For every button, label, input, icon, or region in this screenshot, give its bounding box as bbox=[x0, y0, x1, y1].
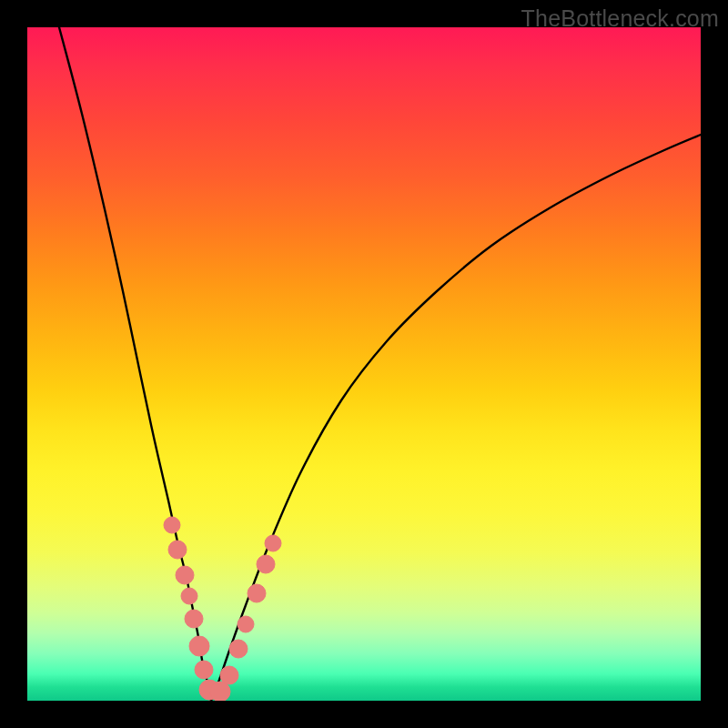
data-marker bbox=[229, 640, 248, 658]
watermark-text: TheBottleneck.com bbox=[521, 5, 719, 32]
plot-area bbox=[27, 27, 701, 701]
curve-layer bbox=[27, 27, 701, 701]
data-marker bbox=[185, 610, 203, 628]
data-marker bbox=[238, 616, 254, 632]
data-marker bbox=[176, 566, 194, 584]
marker-group bbox=[164, 517, 281, 701]
chart-frame: TheBottleneck.com bbox=[0, 0, 728, 728]
data-marker bbox=[248, 584, 266, 602]
data-marker bbox=[164, 517, 180, 533]
data-marker bbox=[181, 588, 197, 604]
data-marker bbox=[265, 535, 281, 551]
data-marker bbox=[220, 666, 238, 684]
data-marker bbox=[189, 636, 209, 656]
data-marker bbox=[257, 555, 275, 573]
data-marker bbox=[168, 541, 187, 559]
right-branch-curve bbox=[211, 135, 701, 701]
data-marker bbox=[195, 661, 213, 679]
